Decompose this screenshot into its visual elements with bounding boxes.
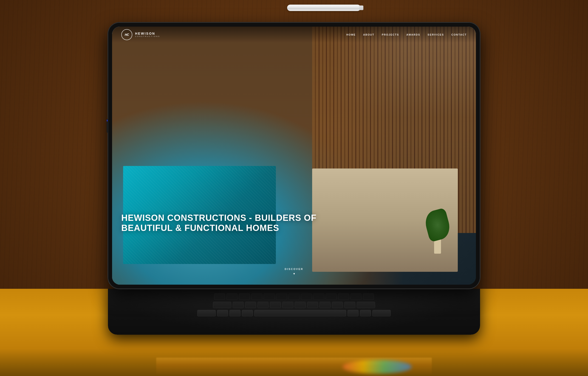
- keyboard-key[interactable]: [213, 302, 231, 308]
- keyboard-key[interactable]: [320, 302, 331, 308]
- keyboard-key[interactable]: [363, 293, 374, 300]
- brand-name: HEWISON: [135, 32, 160, 35]
- hero-title: HEWISON CONSTRUCTIONS - BUILDERS OF BEAU…: [121, 213, 321, 233]
- nav-awards[interactable]: AWARDS: [406, 33, 420, 36]
- keyboard-key[interactable]: [344, 302, 355, 308]
- navigation-bar: HC HEWISON CONSTRUCTIONS HOME ABOUT PROJ…: [112, 27, 476, 43]
- key-row-1: [122, 293, 466, 300]
- display-reflection: [343, 360, 412, 374]
- side-button[interactable]: [107, 119, 108, 133]
- logo-initials: HC: [125, 33, 129, 36]
- nav-home[interactable]: HOME: [346, 33, 356, 36]
- keyboard-key[interactable]: [270, 302, 281, 308]
- logo-area[interactable]: HC HEWISON CONSTRUCTIONS: [121, 29, 160, 40]
- key-row-3: [122, 310, 466, 316]
- nav-about[interactable]: ABOUT: [363, 33, 374, 36]
- keyboard-key[interactable]: [301, 293, 312, 300]
- keyboard-key[interactable]: [242, 310, 253, 316]
- keyboard-key[interactable]: [360, 310, 371, 316]
- nav-links: HOME ABOUT PROJECTS AWARDS SERVICES CONT…: [346, 33, 467, 36]
- keyboard-key[interactable]: [264, 293, 275, 300]
- logo-circle: HC: [121, 29, 132, 40]
- keyboard-key[interactable]: [239, 293, 250, 300]
- keyboard-key[interactable]: [276, 293, 287, 300]
- logo-text: HEWISON CONSTRUCTIONS: [135, 32, 160, 37]
- keyboard-key[interactable]: [348, 310, 359, 316]
- keyboard-key[interactable]: [289, 293, 299, 300]
- keyboard-keys: [122, 293, 466, 330]
- chevron-down-icon: ▾: [293, 272, 295, 275]
- keyboard-key[interactable]: [332, 302, 343, 308]
- keyboard-key[interactable]: [197, 310, 216, 316]
- discover-label: DISCOVER: [285, 268, 303, 271]
- keyboard-key[interactable]: [313, 293, 324, 300]
- apple-pencil: [287, 5, 361, 11]
- spacebar-key[interactable]: [254, 310, 346, 316]
- keyboard-key[interactable]: [257, 302, 268, 308]
- keyboard-key[interactable]: [307, 302, 318, 308]
- keyboard-key[interactable]: [326, 293, 337, 300]
- keyboard-key[interactable]: [245, 302, 256, 308]
- keyboard-key[interactable]: [351, 293, 362, 300]
- hero-content: HEWISON CONSTRUCTIONS - BUILDERS OF BEAU…: [121, 213, 321, 233]
- keyboard-key[interactable]: [229, 310, 240, 316]
- keyboard-base: [108, 289, 480, 335]
- keyboard-key[interactable]: [217, 310, 228, 316]
- keyboard-key[interactable]: [214, 293, 225, 300]
- nav-projects[interactable]: PROJECTS: [382, 33, 399, 36]
- keyboard-key[interactable]: [282, 302, 293, 308]
- key-row-2: [122, 302, 466, 308]
- nav-services[interactable]: SERVICES: [428, 33, 444, 36]
- keyboard-key[interactable]: [295, 302, 306, 308]
- tablet-frame: HC HEWISON CONSTRUCTIONS HOME ABOUT PROJ…: [108, 22, 480, 289]
- tablet-scene: HC HEWISON CONSTRUCTIONS HOME ABOUT PROJ…: [108, 22, 480, 335]
- nav-contact[interactable]: CONTACT: [451, 33, 467, 36]
- keyboard-key[interactable]: [226, 293, 237, 300]
- discover-section[interactable]: DISCOVER ▾: [285, 268, 303, 275]
- keyboard-key[interactable]: [372, 310, 391, 316]
- plant-element: [428, 212, 447, 254]
- keyboard-key[interactable]: [251, 293, 262, 300]
- tablet-screen: HC HEWISON CONSTRUCTIONS HOME ABOUT PROJ…: [112, 27, 476, 285]
- keyboard-key[interactable]: [233, 302, 244, 308]
- brand-subtitle: CONSTRUCTIONS: [135, 35, 160, 37]
- keyboard-key[interactable]: [357, 302, 375, 308]
- keyboard-key[interactable]: [338, 293, 349, 300]
